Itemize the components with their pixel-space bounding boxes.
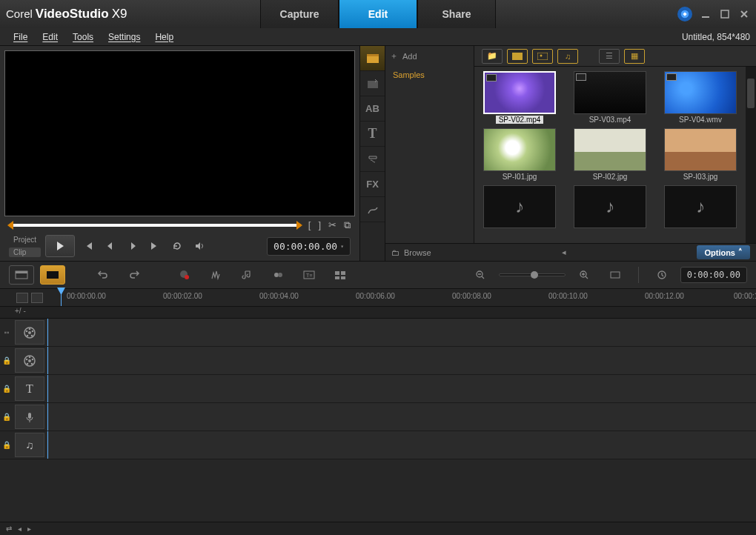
library-tab-filter[interactable]: FX	[360, 172, 385, 197]
music-track-icon[interactable]: ♫	[15, 433, 44, 457]
play-button[interactable]	[45, 235, 75, 257]
cut-icon[interactable]: ✂	[328, 219, 336, 231]
library-scrollbar[interactable]	[746, 67, 756, 243]
thumb-sp-i02[interactable]: SP-I02.jpg	[568, 128, 652, 181]
mark-in-icon[interactable]: [	[308, 219, 311, 231]
thumb-audio-1[interactable]	[477, 185, 562, 228]
mark-out-icon[interactable]: ]	[318, 219, 321, 231]
thumb-audio-2[interactable]	[568, 185, 652, 228]
track-music[interactable]: 🔒 ♫	[0, 431, 756, 459]
redo-button[interactable]	[122, 265, 147, 285]
menu-file[interactable]: File	[6, 30, 35, 44]
audio-mixer-button[interactable]	[203, 265, 228, 285]
filter-photo-button[interactable]	[532, 49, 553, 64]
timeline-timecode[interactable]: 0:00:00.00	[680, 267, 747, 283]
thumb-sp-v02[interactable]: SP-V02.mp4	[477, 71, 562, 124]
title-track-icon[interactable]: T	[15, 376, 44, 401]
svg-rect-20	[341, 271, 345, 275]
menu-edit[interactable]: Edit	[35, 30, 65, 44]
preview-timecode[interactable]: 00:00:00.00	[267, 237, 351, 256]
tab-edit[interactable]: Edit	[339, 0, 417, 28]
zoom-slider[interactable]	[499, 273, 566, 276]
thumb-sp-i01[interactable]: SP-I01.jpg	[477, 128, 562, 181]
folder-samples[interactable]: Samples	[390, 67, 469, 82]
add-folder-button[interactable]: ＋ Add	[390, 50, 469, 62]
svg-rect-6	[512, 53, 523, 60]
preview-project-label[interactable]: Project	[9, 235, 41, 245]
library-tab-graphic[interactable]	[360, 147, 385, 172]
timeline-tracks: +/ - ▪▪ 🔒 🔒 T 🔒 🔒 ♫ ⇄ ◂ ▸	[0, 307, 756, 535]
track-title[interactable]: 🔒 T	[0, 375, 756, 403]
undo-button[interactable]	[90, 265, 116, 285]
corel-guide-icon[interactable]	[677, 7, 692, 21]
view-grid-button[interactable]: ▦	[624, 49, 645, 64]
zoom-in-button[interactable]	[571, 265, 597, 285]
thumb-audio-3[interactable]	[658, 185, 743, 228]
track-video[interactable]: ▪▪	[0, 319, 756, 347]
video-track-icon[interactable]	[15, 320, 44, 345]
library-tab-transition[interactable]: AB	[360, 96, 385, 122]
library-tab-media[interactable]	[360, 46, 385, 71]
import-folder-button[interactable]: 📁	[482, 49, 503, 64]
preview-screen[interactable]	[4, 50, 355, 216]
motion-tracking-button[interactable]	[265, 265, 291, 285]
timeline-view-button[interactable]	[40, 265, 65, 285]
track-indicator[interactable]: ▪▪	[0, 319, 13, 346]
goto-end-button[interactable]	[146, 237, 164, 255]
track-overlay[interactable]: 🔒	[0, 347, 756, 375]
preview-clip-label[interactable]: Clip	[9, 247, 41, 257]
track-add-remove[interactable]: +/ -	[0, 307, 59, 318]
overlay-track-icon[interactable]	[15, 348, 44, 373]
thumb-sp-v04[interactable]: SP-V04.wmv	[658, 71, 743, 124]
timeline-scroll-left[interactable]: ◂	[18, 525, 21, 533]
timeline-ruler[interactable]: 00:00:00.00 00:00:02.00 00:00:04.00 00:0…	[0, 289, 756, 307]
thumb-sp-i03[interactable]: SP-I03.jpg	[658, 128, 743, 181]
menu-tools[interactable]: Tools	[65, 30, 101, 44]
menu-help[interactable]: Help	[147, 30, 181, 44]
view-list-button[interactable]: ☰	[599, 49, 620, 64]
filter-video-button[interactable]	[507, 49, 528, 64]
timeline-scroll-control[interactable]: ⇄	[6, 525, 12, 533]
repeat-button[interactable]	[168, 237, 186, 255]
library-scroll-left[interactable]: ◂	[562, 247, 566, 257]
storyboard-view-button[interactable]	[9, 265, 34, 285]
zoom-out-button[interactable]	[468, 265, 493, 285]
multi-view-button[interactable]	[328, 265, 353, 285]
ruler-toggle-2[interactable]	[31, 293, 43, 303]
tab-capture[interactable]: Capture	[260, 0, 339, 28]
ruler-toggle-1[interactable]	[16, 293, 28, 303]
prev-frame-button[interactable]	[102, 237, 119, 255]
library-tab-instant-project[interactable]	[360, 71, 385, 96]
track-lock-icon[interactable]: 🔒	[0, 403, 13, 431]
maximize-button[interactable]	[719, 8, 731, 20]
snapshot-icon[interactable]: ⧉	[344, 219, 351, 231]
subtitle-editor-button[interactable]: T≡	[296, 265, 322, 285]
goto-start-button[interactable]	[79, 237, 97, 255]
thumb-label: SP-I02.jpg	[593, 173, 628, 181]
minimize-button[interactable]	[700, 8, 712, 20]
thumb-sp-v03[interactable]: SP-V03.mp4	[568, 71, 652, 124]
fit-timeline-button[interactable]	[603, 265, 628, 285]
track-voice[interactable]: 🔒	[0, 403, 756, 431]
voice-track-icon[interactable]	[15, 405, 44, 429]
library-tab-path[interactable]	[360, 197, 385, 222]
scrub-slider[interactable]	[9, 224, 301, 227]
filter-audio-button[interactable]: ♫	[557, 49, 578, 64]
auto-music-button[interactable]	[234, 265, 259, 285]
library-tab-title[interactable]: T	[360, 122, 385, 147]
menu-settings[interactable]: Settings	[101, 30, 147, 44]
timeline-scroll-right[interactable]: ▸	[27, 525, 31, 533]
track-lock-icon[interactable]: 🔒	[0, 375, 13, 402]
options-button[interactable]: Options ˄	[697, 245, 750, 259]
tab-share[interactable]: Share	[417, 0, 496, 28]
volume-button[interactable]	[190, 237, 208, 255]
playhead[interactable]	[61, 289, 62, 306]
track-lock-icon[interactable]: 🔒	[0, 347, 13, 374]
svg-point-28	[28, 331, 31, 334]
browse-button[interactable]: 🗀 Browse	[391, 248, 431, 257]
record-button[interactable]	[172, 265, 197, 285]
track-lock-icon[interactable]: 🔒	[0, 431, 13, 459]
close-button[interactable]	[738, 8, 750, 20]
next-frame-button[interactable]	[124, 237, 142, 255]
svg-rect-22	[341, 276, 345, 279]
